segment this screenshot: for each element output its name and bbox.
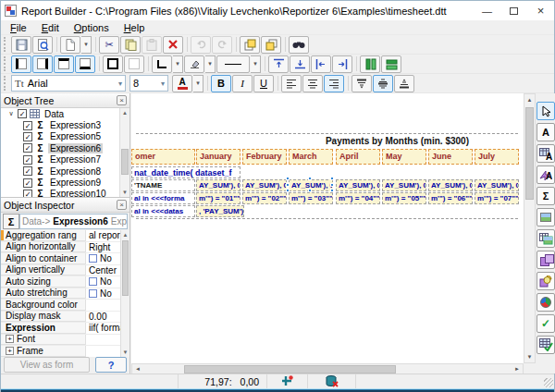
font-name-combo[interactable]: Tt Arial ▾ xyxy=(11,75,126,92)
border-left-button[interactable] xyxy=(11,55,31,73)
checkbox-icon[interactable]: ✓ xyxy=(23,155,32,165)
cut-button[interactable]: ✂ xyxy=(99,36,119,54)
scrollbar-thumb[interactable] xyxy=(184,365,396,374)
tree-item-label[interactable]: Expression5 xyxy=(48,131,103,141)
menu-options[interactable]: Options xyxy=(67,21,117,34)
tree-item-label[interactable]: Data xyxy=(43,109,66,119)
checkbox-icon[interactable] xyxy=(89,289,97,298)
tree-item-label[interactable]: Expression10 xyxy=(48,189,108,197)
frame-style-dropdown[interactable]: ▾ xyxy=(173,55,183,73)
tree-item-expression5[interactable]: ✓ Σ Expression5 xyxy=(1,131,130,142)
font-color-dropdown[interactable]: ▾ xyxy=(193,75,204,92)
checkbox-icon[interactable]: ✓ xyxy=(23,132,32,141)
tree-item-label[interactable]: Expression9 xyxy=(48,178,103,188)
align-text-left-button[interactable] xyxy=(281,75,302,92)
property-row-auto-sizing[interactable]: Auto sizing No xyxy=(1,276,120,288)
selection-handle[interactable] xyxy=(308,189,312,192)
minimize-button[interactable]: — xyxy=(474,1,500,20)
header-cell-june[interactable]: June xyxy=(428,149,473,165)
month-cell-03[interactable]: m'") = "03"") xyxy=(289,192,333,204)
inspector-scrollbar[interactable]: ▲ ▼ xyxy=(120,230,130,357)
chevron-down-icon[interactable]: ▾ xyxy=(118,80,122,88)
header-cell-july[interactable]: July xyxy=(475,149,519,165)
all-borders-button[interactable] xyxy=(103,55,123,73)
selection-handle[interactable] xyxy=(330,183,334,187)
close-button[interactable]: × xyxy=(527,1,554,20)
new-report-dropdown[interactable]: ▾ xyxy=(81,36,92,54)
menu-edit[interactable]: Edit xyxy=(34,21,67,34)
month-cell-02[interactable]: m'") = "02"") xyxy=(242,192,287,204)
tree-item-expression7[interactable]: ✓ Σ Expression7 xyxy=(1,154,130,165)
tree-item-label[interactable]: Expression6 xyxy=(48,143,103,153)
new-report-button[interactable] xyxy=(60,36,80,54)
same-width-button[interactable] xyxy=(360,55,380,73)
copy-button[interactable] xyxy=(120,36,141,54)
tree-item-expression3[interactable]: ✓ Σ Expression3 xyxy=(1,119,130,130)
sum-cell-february[interactable]: AY_SUM'), 0) xyxy=(242,179,287,191)
selection-handle[interactable] xyxy=(286,177,290,180)
property-row-align-vertically[interactable]: Align vertically Center xyxy=(1,265,120,277)
selection-handle[interactable] xyxy=(308,177,312,180)
fill-style-button[interactable] xyxy=(184,55,204,73)
scrollbar-thumb[interactable] xyxy=(122,240,129,296)
align-bottoms-button[interactable] xyxy=(290,55,310,73)
line-style-button[interactable] xyxy=(216,55,250,73)
border-right-button[interactable] xyxy=(32,55,53,73)
tree-item-expression8[interactable]: ✓ Σ Expression8 xyxy=(1,165,130,177)
same-height-button[interactable] xyxy=(381,55,401,73)
header-cell-customer[interactable]: omer xyxy=(131,149,195,165)
month-cell-05[interactable]: m'") = "05"") xyxy=(382,192,426,204)
preview-button[interactable] xyxy=(32,36,53,54)
save-button[interactable] xyxy=(11,36,31,54)
checkbox-icon[interactable] xyxy=(89,254,97,263)
checkbox-icon[interactable]: ✓ xyxy=(23,178,32,188)
align-tops-button[interactable] xyxy=(268,55,289,73)
close-icon[interactable]: × xyxy=(117,200,127,210)
align-lefts-button[interactable] xyxy=(311,55,331,73)
scroll-down-icon[interactable]: ▼ xyxy=(121,348,130,357)
border-top-button[interactable] xyxy=(54,55,74,73)
label-tool-button[interactable]: A xyxy=(536,123,555,141)
property-row-font[interactable]: +Font xyxy=(1,335,120,347)
menu-help[interactable]: Help xyxy=(117,21,153,34)
valign-bottom-button[interactable] xyxy=(394,75,414,92)
help-button[interactable]: ? xyxy=(95,357,127,373)
scroll-left-icon[interactable]: ◄ xyxy=(132,364,143,374)
vertical-scrollbar[interactable]: ▲ ▼ xyxy=(524,93,536,363)
align-rights-button[interactable] xyxy=(332,55,352,73)
italic-button[interactable]: I xyxy=(232,75,253,92)
redo-button[interactable] xyxy=(212,36,232,54)
expand-plus-icon[interactable]: + xyxy=(6,347,14,355)
scroll-up-icon[interactable]: ▲ xyxy=(120,108,130,117)
db-text-tool-button[interactable]: A xyxy=(536,144,555,163)
tree-item-label[interactable]: Expression7 xyxy=(48,154,103,165)
toolbar-grip[interactable] xyxy=(4,76,8,91)
checkbox-icon[interactable]: ✓ xyxy=(23,190,32,197)
header-cell-may[interactable]: May xyxy=(382,149,426,165)
month-cell-06[interactable]: m'") = "06"") xyxy=(428,192,473,204)
undo-button[interactable] xyxy=(191,36,211,54)
font-size-combo[interactable]: 8 ▾ xyxy=(130,75,168,92)
send-to-back-button[interactable] xyxy=(261,36,281,54)
line-style-dropdown[interactable]: ▾ xyxy=(251,55,261,73)
scroll-down-icon[interactable]: ▼ xyxy=(120,188,130,197)
font-color-button[interactable]: A xyxy=(172,75,192,92)
property-row-aggregation-range[interactable]: Aggregation rang al report▾ xyxy=(1,230,120,242)
scroll-right-icon[interactable]: ► xyxy=(512,364,523,374)
selection-handle[interactable] xyxy=(330,177,334,180)
shape-pie-tool-button[interactable] xyxy=(536,272,555,290)
header-cell-april[interactable]: April xyxy=(336,149,380,165)
paste-button[interactable] xyxy=(142,36,162,54)
property-row-frame[interactable]: +Frame xyxy=(1,346,120,357)
band-separator[interactable] xyxy=(136,133,518,134)
sum-cell-april[interactable]: AY_SUM'), 0) xyxy=(336,179,380,191)
sum-cell-june[interactable]: AY_SUM'), 0) xyxy=(428,179,473,191)
fill-style-dropdown[interactable]: ▾ xyxy=(205,55,216,73)
header-cell-february[interactable]: February xyxy=(242,149,287,165)
property-row-auto-stretching[interactable]: Auto stretching No xyxy=(1,288,120,300)
customer-name-cell[interactable]: 'TNAME xyxy=(131,179,195,191)
tree-item-expression9[interactable]: ✓ Σ Expression9 xyxy=(1,177,130,188)
sum-cell-january[interactable]: AY_SUM'), 0) xyxy=(196,179,240,191)
image-tool-button[interactable] xyxy=(536,208,555,227)
selection-handle[interactable] xyxy=(330,189,334,192)
